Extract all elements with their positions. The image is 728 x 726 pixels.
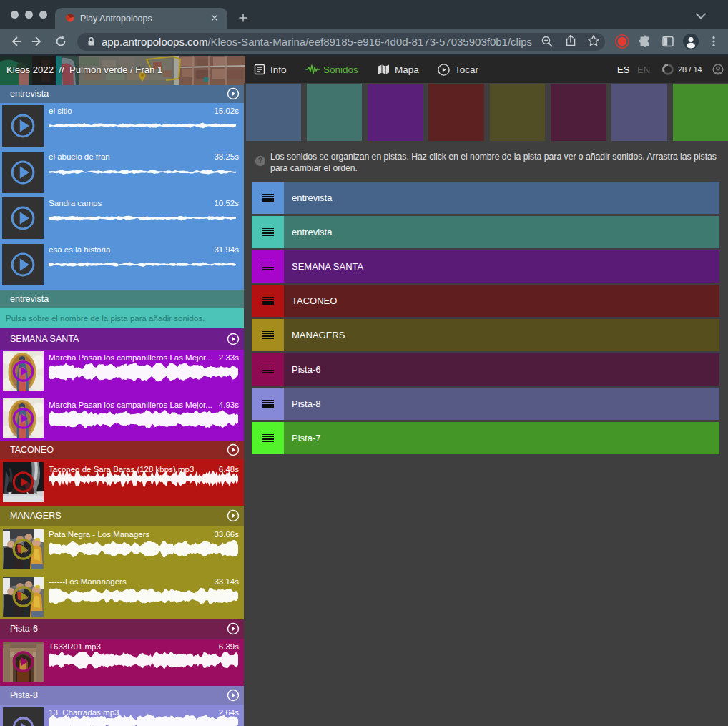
svg-text:?: ? bbox=[257, 156, 262, 165]
